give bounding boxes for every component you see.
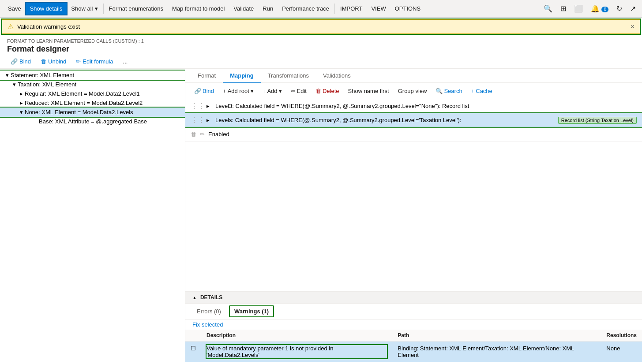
col-resolutions: Resolutions: [601, 330, 642, 342]
tree-item-statement[interactable]: ▾ Statement: XML Element: [0, 71, 185, 80]
map-search-button[interactable]: 🔍 Search: [432, 86, 466, 96]
sub-toolbar: 🔗 Bind 🗑 Unbind ✏ Edit formula ...: [0, 55, 642, 69]
tree-label-none: None: XML Element = Model.Data2.Levels: [25, 109, 133, 115]
mapping-row-levels[interactable]: ⋮⋮ ▸ Levels: Calculated field = WHERE(@.…: [185, 113, 642, 127]
drag-handle-levels: ⋮⋮: [191, 116, 205, 124]
validation-message: Validation warnings exist: [17, 23, 80, 30]
show-all-chevron-icon: [95, 5, 98, 12]
run-button[interactable]: Run: [258, 3, 278, 15]
tree-toggle-none[interactable]: ▾: [18, 109, 25, 115]
mapping-toggle-levels[interactable]: ▸: [206, 117, 215, 123]
show-details-button[interactable]: Show details: [26, 3, 67, 15]
warning-icon: [8, 22, 14, 31]
sub-unbind-button[interactable]: 🗑 Unbind: [37, 56, 70, 67]
pencil-enabled-icon[interactable]: ✏: [200, 131, 205, 137]
row-description: Value of mandatory parameter 1 is not pr…: [201, 342, 392, 362]
notification-button[interactable]: 🔔 0: [588, 2, 611, 15]
map-bind-button[interactable]: 🔗 Bind: [191, 86, 218, 96]
trash-map-icon: 🗑: [315, 88, 321, 94]
main-content: ▾ Statement: XML Element ▾ Taxation: XML…: [0, 69, 642, 362]
options-button[interactable]: OPTIONS: [390, 3, 425, 15]
main-toolbar: Save Show details Show all Format enumer…: [0, 0, 642, 18]
map-show-name-first-button[interactable]: Show name first: [345, 86, 393, 96]
grid-icon[interactable]: ⊞: [558, 2, 569, 15]
performance-trace-button[interactable]: Performance trace: [278, 3, 334, 15]
tree-item-none[interactable]: ▾ None: XML Element = Model.Data2.Levels: [0, 108, 185, 117]
plus-cache-icon: +: [471, 88, 475, 94]
tree-item-regular[interactable]: ▸ Regular: XML Element = Model.Data2.Lev…: [0, 89, 185, 98]
view-button[interactable]: VIEW: [367, 3, 390, 15]
popout-icon[interactable]: ↗: [627, 2, 638, 15]
tab-format[interactable]: Format: [191, 69, 223, 83]
format-enumerations-button[interactable]: Format enumerations: [105, 3, 168, 15]
row-check: ☐: [185, 342, 201, 362]
tree-toggle-taxation[interactable]: ▾: [11, 81, 18, 88]
sep-1: [103, 4, 104, 14]
mapping-toolbar: 🔗 Bind + Add root + Add ✏ Edit 🗑 Delete: [185, 83, 642, 99]
chain-icon: 🔗: [11, 58, 18, 65]
enabled-row: 🗑 ✏ Enabled: [185, 127, 642, 141]
tree-toggle-statement[interactable]: ▾: [4, 72, 11, 78]
map-format-to-model-button[interactable]: Map format to model: [168, 3, 229, 15]
details-title: DETAILS: [200, 294, 222, 301]
tree-label-statement: Statement: XML Element: [11, 72, 74, 78]
sub-bind-button[interactable]: 🔗 Bind: [7, 56, 34, 67]
map-edit-button[interactable]: ✏ Edit: [287, 86, 310, 96]
tab-validations[interactable]: Validations: [316, 69, 358, 83]
details-tabs: Errors (0) Warnings (1): [185, 304, 642, 319]
mapping-type-badge: Record list (String Taxation Level): [558, 117, 637, 124]
chain-map-icon: 🔗: [194, 88, 201, 94]
windows-icon[interactable]: ⬜: [571, 2, 586, 15]
page-title: Format designer: [7, 45, 635, 54]
tree-toggle-reduced[interactable]: ▸: [18, 100, 25, 106]
sub-edit-formula-button[interactable]: ✏ Edit formula: [72, 56, 116, 67]
tree-label-base: Base: XML Attribute = @.aggregated.Base: [39, 118, 147, 125]
validate-button[interactable]: Validate: [229, 3, 258, 15]
tree-item-taxation[interactable]: ▾ Taxation: XML Element: [0, 80, 185, 89]
warnings-table: Description Path Resolutions ☐ Value of …: [185, 330, 642, 362]
close-validation-button[interactable]: ×: [631, 23, 634, 31]
tree-label-regular: Regular: XML Element = Model.Data2.Level…: [25, 90, 140, 97]
save-button[interactable]: Save: [4, 3, 26, 15]
add-chevron-icon: [279, 88, 282, 94]
map-add-root-button[interactable]: + Add root: [219, 86, 257, 96]
collapse-details-icon: ▲: [192, 295, 197, 300]
sub-more-button[interactable]: ...: [120, 56, 131, 67]
details-section: ▲ DETAILS Errors (0) Warnings (1) Fix se…: [185, 291, 642, 362]
map-add-button[interactable]: + Add: [259, 86, 285, 96]
left-panel: ▾ Statement: XML Element ▾ Taxation: XML…: [0, 69, 185, 362]
tree-item-base[interactable]: Base: XML Attribute = @.aggregated.Base: [0, 117, 185, 126]
tabs-bar: Format Mapping Transformations Validatio…: [185, 69, 642, 83]
fix-selected-button[interactable]: Fix selected: [185, 319, 642, 330]
col-description: Description: [201, 330, 392, 342]
errors-tab[interactable]: Errors (0): [192, 306, 225, 316]
table-row[interactable]: ☐ Value of mandatory parameter 1 is not …: [185, 342, 642, 362]
tree-item-reduced[interactable]: ▸ Reduced: XML Element = Model.Data2.Lev…: [0, 98, 185, 108]
search-toolbar-icon[interactable]: 🔍: [541, 2, 555, 15]
mapping-toggle-level3[interactable]: ▸: [206, 103, 215, 109]
trash-enabled-icon[interactable]: 🗑: [191, 131, 196, 137]
tree-container: ▾ Statement: XML Element ▾ Taxation: XML…: [0, 69, 185, 362]
map-group-view-button[interactable]: Group view: [394, 86, 431, 96]
col-path: Path: [392, 330, 601, 342]
plus-root-icon: +: [223, 88, 226, 94]
details-header[interactable]: ▲ DETAILS: [185, 292, 642, 304]
page-header: FORMAT TO LEARN PARAMETERIZED CALLS (CUS…: [0, 36, 642, 55]
mapping-row-level3[interactable]: ⋮⋮ ▸ Level3: Calculated field = WHERE(@.…: [185, 99, 642, 113]
notification-badge: 0: [601, 7, 608, 12]
import-button[interactable]: IMPORT: [336, 3, 367, 15]
pencil-sub-icon: ✏: [76, 58, 81, 65]
breadcrumb: FORMAT TO LEARN PARAMETERIZED CALLS (CUS…: [7, 38, 635, 44]
refresh-icon[interactable]: ↻: [614, 2, 625, 15]
drag-handle-level3: ⋮⋮: [191, 102, 205, 110]
map-cache-button[interactable]: + Cache: [468, 86, 496, 96]
tab-mapping[interactable]: Mapping: [223, 69, 260, 83]
row-resolutions: None: [601, 342, 642, 362]
warnings-tab[interactable]: Warnings (1): [229, 305, 274, 317]
search-map-icon: 🔍: [436, 88, 443, 94]
tab-transformations[interactable]: Transformations: [261, 69, 316, 83]
add-root-chevron-icon: [251, 88, 254, 94]
show-all-button[interactable]: Show all: [67, 3, 102, 15]
map-delete-button[interactable]: 🗑 Delete: [312, 86, 343, 96]
tree-toggle-regular[interactable]: ▸: [18, 90, 25, 97]
